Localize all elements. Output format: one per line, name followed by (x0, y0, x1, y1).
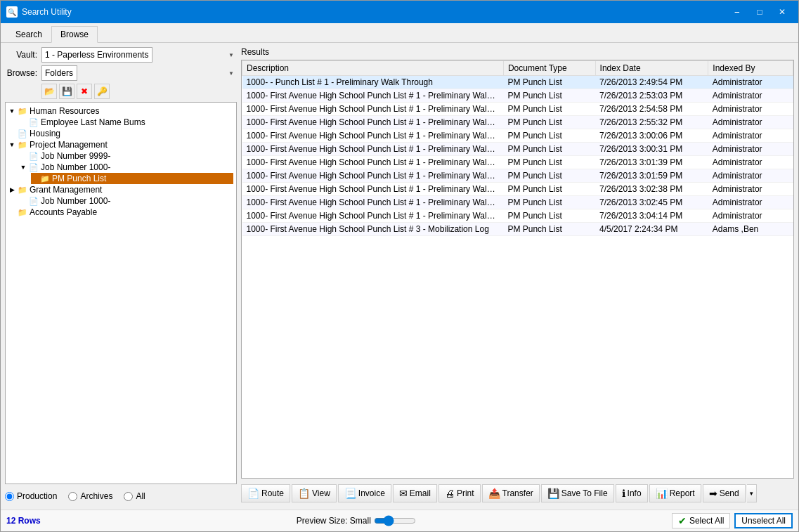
right-panel: Results Description Document Type Index … (241, 47, 794, 505)
radio-all[interactable]: All (124, 491, 145, 501)
cell-indexedby: Administrator (708, 116, 793, 129)
cell-doctype: PM Punch List (503, 76, 595, 89)
status-bar: 12 Rows Preview Size: Small ✔ Select All… (1, 510, 798, 531)
unselect-all-label: Unselect All (741, 516, 786, 526)
table-row[interactable]: 1000- First Avenue High School Punch Lis… (242, 116, 793, 129)
expand-icon[interactable]: ▼ (20, 164, 27, 171)
invoice-label: Invoice (358, 488, 385, 498)
title-bar-left: 🔍 Search Utility (6, 6, 72, 18)
open-folder-button[interactable]: 📂 (41, 84, 57, 99)
tree-item-housing[interactable]: 📄 Housing (8, 128, 233, 139)
cell-description: 1000- First Avenue High School Punch Lis… (242, 103, 504, 116)
email-button[interactable]: ✉ Email (393, 484, 437, 502)
unselect-all-button[interactable]: Unselect All (734, 513, 793, 528)
cell-indexdate: 7/26/2013 3:00:31 PM (595, 143, 708, 156)
doc-icon: 📄 (29, 152, 39, 161)
table-row[interactable]: 1000- First Avenue High School Punch Lis… (242, 129, 793, 143)
cell-description: 1000- First Avenue High School Punch Lis… (242, 196, 504, 209)
transfer-button[interactable]: 📤 Transfer (482, 484, 540, 502)
tree-item-grant-management[interactable]: ▶ 📁 Grant Management (8, 184, 233, 195)
table-row[interactable]: 1000- First Avenue High School Punch Lis… (242, 183, 793, 196)
radio-row: Production Archives All (5, 487, 237, 505)
select-all-button[interactable]: ✔ Select All (672, 513, 730, 528)
tree-item-job-9999[interactable]: 📄 Job Number 9999- (20, 150, 233, 162)
table-row[interactable]: 1000- First Avenue High School Punch Lis… (242, 169, 793, 183)
radio-archives[interactable]: Archives (68, 491, 112, 501)
tab-search[interactable]: Search (6, 26, 51, 42)
check-icon: ✔ (678, 515, 687, 526)
radio-all-label: All (136, 491, 145, 501)
preview-size-container: Preview Size: Small (297, 515, 416, 526)
save-to-file-button[interactable]: 💾 Save To File (541, 484, 614, 502)
tree-item-employee-last[interactable]: 📄 Employee Last Name Bums (20, 117, 233, 128)
results-table-container[interactable]: Description Document Type Index Date Ind… (241, 60, 794, 479)
cell-doctype: PM Punch List (503, 129, 595, 143)
info-label: Info (628, 488, 642, 498)
table-row[interactable]: 1000- First Avenue High School Punch Lis… (242, 156, 793, 169)
tree-item-pm-punch-list[interactable]: 📁 PM Punch List (31, 173, 233, 184)
cell-description: 1000- First Avenue High School Punch Lis… (242, 156, 504, 169)
table-row[interactable]: 1000- First Avenue High School Punch Lis… (242, 196, 793, 209)
invoice-button[interactable]: 📃 Invoice (338, 484, 391, 502)
print-button[interactable]: 🖨 Print (439, 484, 481, 502)
table-row[interactable]: 1000- First Avenue High School Punch Lis… (242, 103, 793, 116)
tab-bar: Search Browse (1, 23, 798, 43)
cell-doctype: PM Punch List (503, 156, 595, 169)
route-button[interactable]: 📄 Route (241, 484, 290, 502)
key-button[interactable]: 🔑 (94, 84, 110, 99)
tree-item-job-number-1000[interactable]: 📄 Job Number 1000- (20, 195, 233, 207)
cell-indexdate: 7/26/2013 3:02:45 PM (595, 196, 708, 209)
send-button[interactable]: ➡ Send (703, 484, 746, 502)
tree-item-project-management[interactable]: ▼ 📁 Project Management (8, 139, 233, 150)
info-button[interactable]: ℹ Info (616, 484, 648, 502)
radio-production-label: Production (17, 491, 57, 501)
save-to-file-label: Save To File (561, 488, 608, 498)
radio-production-input[interactable] (5, 492, 14, 501)
col-header-indexdate[interactable]: Index Date (595, 61, 708, 76)
col-header-indexedby[interactable]: Indexed By (708, 61, 793, 76)
tree-label: Job Number 9999- (41, 151, 110, 161)
table-row[interactable]: 1000- First Avenue High School Punch Lis… (242, 209, 793, 223)
radio-all-input[interactable] (124, 492, 133, 501)
table-row[interactable]: 1000- First Avenue High School Punch Lis… (242, 89, 793, 103)
col-header-description[interactable]: Description (242, 61, 504, 76)
tree-toolbar: 📂 💾 ✖ 🔑 (5, 84, 237, 99)
tree-item-accounts-payable[interactable]: 📁 Accounts Payable (8, 207, 233, 218)
save-button[interactable]: 💾 (59, 84, 74, 99)
cell-indexedby: Administrator (708, 169, 793, 183)
expand-icon[interactable]: ▼ (8, 108, 15, 115)
radio-production[interactable]: Production (5, 491, 57, 501)
vault-select[interactable]: 1 - Paperless Environments (41, 47, 152, 63)
minimize-button[interactable]: ‒ (727, 5, 748, 19)
expand-icon[interactable]: ▼ (8, 141, 15, 148)
table-row[interactable]: 1000- - Punch List # 1 - Preliminary Wal… (242, 76, 793, 89)
tree-label: Human Resources (30, 106, 99, 116)
close-button[interactable]: ✕ (772, 5, 793, 19)
tree-item-job-1000[interactable]: ▼ 📄 Job Number 1000- (20, 162, 233, 173)
browse-select[interactable]: Folders (41, 65, 77, 81)
expand-icon[interactable]: ▶ (8, 186, 15, 193)
cell-indexdate: 7/26/2013 3:00:06 PM (595, 129, 708, 143)
cell-indexedby: Administrator (708, 143, 793, 156)
table-row[interactable]: 1000- First Avenue High School Punch Lis… (242, 223, 793, 236)
send-icon: ➡ (709, 488, 717, 499)
tab-browse[interactable]: Browse (51, 26, 98, 43)
preview-size-slider[interactable] (374, 515, 416, 526)
maximize-button[interactable]: □ (749, 5, 770, 19)
delete-button[interactable]: ✖ (77, 84, 92, 99)
doc-icon: 📄 (29, 163, 39, 172)
report-button[interactable]: 📊 Report (649, 484, 701, 502)
table-row[interactable]: 1000- First Avenue High School Punch Lis… (242, 143, 793, 156)
radio-archives-input[interactable] (68, 492, 77, 501)
preview-size-label: Preview Size: Small (297, 516, 371, 526)
vault-label: Vault: (5, 50, 37, 60)
tree-item-human-resources[interactable]: ▼ 📁 Human Resources (8, 105, 233, 117)
action-bar-dropdown[interactable]: ▼ (747, 484, 757, 502)
col-header-doctype[interactable]: Document Type (503, 61, 595, 76)
cell-indexedby: Administrator (708, 183, 793, 196)
tree-label: Employee Last Name Bums (41, 117, 145, 127)
window-title: Search Utility (22, 7, 72, 17)
report-label: Report (670, 488, 695, 498)
view-button[interactable]: 📋 View (292, 484, 337, 502)
tree-container[interactable]: ▼ 📁 Human Resources 📄 Employee Last Name… (5, 102, 237, 484)
